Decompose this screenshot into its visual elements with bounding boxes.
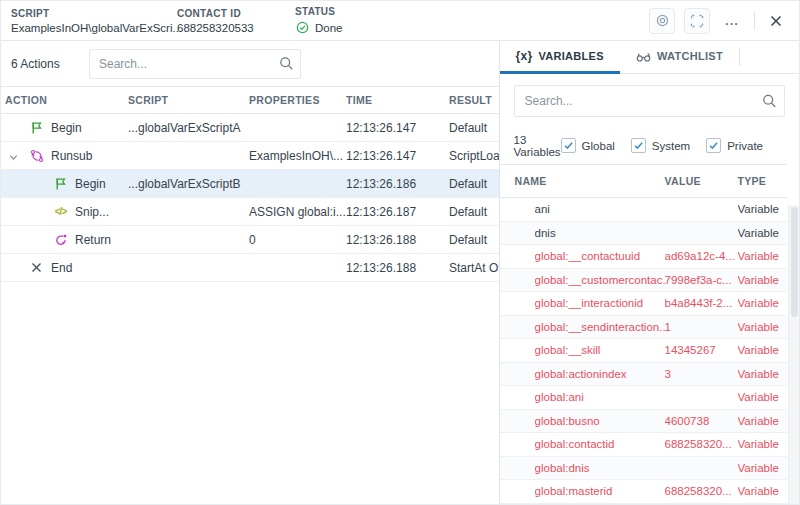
variable-row[interactable]: global:actionindex3Variable: [500, 363, 787, 387]
col-name: NAME: [515, 175, 665, 187]
action-cell: Begin: [5, 120, 128, 135]
variable-value: 688258320...: [665, 485, 738, 497]
action-label: Begin: [51, 121, 82, 135]
variable-row[interactable]: aniVariable: [500, 198, 787, 222]
flag-icon: [29, 120, 44, 135]
checkbox-global[interactable]: [561, 138, 576, 153]
variable-type: Variable: [738, 297, 787, 309]
close-button[interactable]: [764, 9, 787, 32]
contact-id-label: CONTACT ID: [177, 8, 269, 19]
result-cell: Default: [449, 233, 499, 247]
action-label: Return: [75, 233, 111, 247]
tab-watchlist[interactable]: WATCHLIST: [620, 41, 739, 74]
result-cell: StartAt ONRELE: [449, 261, 499, 275]
status-done-check-icon: [295, 20, 310, 35]
variable-type: Variable: [738, 321, 787, 333]
more-options-button[interactable]: ...: [719, 8, 745, 34]
actions-table-header: ACTION SCRIPT PROPERTIES TIME RESULT: [1, 87, 499, 114]
filter-label: System: [652, 140, 690, 152]
variable-name: global:__skill: [535, 344, 665, 356]
action-row[interactable]: Begin...globalVarExScriptA12:13:26.147De…: [1, 114, 499, 142]
variable-row[interactable]: global:__skill14345267Variable: [500, 339, 787, 363]
expand-button[interactable]: [684, 8, 710, 34]
variables-search-input[interactable]: [514, 85, 785, 117]
variables-panel: {x} VARIABLES WATCHLIST 13 Variables Glo…: [500, 41, 799, 505]
checkbox-private[interactable]: [706, 138, 721, 153]
window-header: SCRIPT ExamplesInOH\globalVarExScri... C…: [1, 1, 799, 41]
action-row[interactable]: Begin...globalVarExScriptB12:13:26.186De…: [1, 170, 499, 198]
col-script: SCRIPT: [128, 94, 249, 106]
variable-type: Variable: [738, 462, 787, 474]
variables-icon: {x}: [516, 49, 533, 63]
end-icon: [29, 260, 44, 275]
checkbox-system[interactable]: [631, 138, 646, 153]
variable-name: global:__contactuuid: [535, 250, 665, 262]
variables-count: 13 Variables: [514, 134, 561, 158]
settings-button[interactable]: [649, 8, 675, 34]
variable-type: Variable: [738, 415, 787, 427]
variable-name: global:__interactionid: [535, 297, 665, 309]
action-row[interactable]: End12:13:26.188StartAt ONRELE: [1, 254, 499, 282]
action-cell: </>Snip...: [5, 204, 128, 219]
glasses-icon: [636, 49, 651, 64]
variables-scrollbar[interactable]: [788, 205, 799, 505]
action-label: End: [51, 261, 72, 275]
time-cell: 12:13:26.147: [346, 121, 449, 135]
expand-icon: [690, 13, 705, 28]
status-info: STATUS Done: [295, 6, 343, 35]
scrollbar-thumb[interactable]: [791, 207, 798, 317]
variable-row[interactable]: dnisVariable: [500, 222, 787, 246]
variable-type: Variable: [738, 203, 787, 215]
variable-row[interactable]: global:__contactuuidad69a12c-4...Variabl…: [500, 245, 787, 269]
chevron-down-icon[interactable]: [6, 150, 21, 163]
variable-name: global:__sendinteraction...: [535, 321, 665, 333]
filter-label: Global: [582, 140, 615, 152]
variables-filters: 13 Variables GlobalSystemPrivate: [500, 127, 787, 165]
contact-id-info: CONTACT ID 688258320533: [177, 8, 269, 34]
filter-global[interactable]: Global: [561, 138, 615, 153]
variables-table-header: NAME VALUE TYPE: [500, 165, 787, 198]
result-cell: Default: [449, 177, 499, 191]
script-cell: ...globalVarExScriptB: [128, 177, 249, 191]
runsub-icon: [29, 148, 44, 163]
filter-system[interactable]: System: [631, 138, 690, 153]
variable-name: ani: [535, 203, 665, 215]
variable-row[interactable]: global:__sendinteraction...1Variable: [500, 316, 787, 340]
variable-row[interactable]: global:__interactionidb4a8443f-2...Varia…: [500, 292, 787, 316]
variable-name: global:dnis: [535, 462, 665, 474]
actions-search: [89, 49, 301, 79]
variable-row[interactable]: global:masterid688258320...Variable: [500, 480, 787, 504]
tab-variables[interactable]: {x} VARIABLES: [500, 41, 620, 74]
code-icon: </>: [53, 204, 68, 219]
variable-type: Variable: [738, 344, 787, 356]
col-properties: PROPERTIES: [249, 94, 346, 106]
variable-type: Variable: [738, 368, 787, 380]
variable-type: Variable: [738, 391, 787, 403]
tab-watchlist-label: WATCHLIST: [657, 50, 723, 62]
filter-label: Private: [727, 140, 763, 152]
time-cell: 12:13:26.187: [346, 205, 449, 219]
action-row[interactable]: RunsubExamplesInOH\...12:13:26.147Script…: [1, 142, 499, 170]
time-cell: 12:13:26.188: [346, 233, 449, 247]
action-cell: Runsub: [5, 148, 128, 163]
variable-row[interactable]: global:__customercontac...7998ef3a-c...V…: [500, 269, 787, 293]
variable-row[interactable]: global:dnisVariable: [500, 457, 787, 481]
col-type: TYPE: [738, 175, 787, 187]
variable-row[interactable]: global:aniVariable: [500, 386, 787, 410]
variable-type: Variable: [738, 274, 787, 286]
action-cell: Begin: [5, 176, 128, 191]
actions-toolbar: 6 Actions: [1, 41, 499, 87]
action-row[interactable]: Return012:13:26.188Default: [1, 226, 499, 254]
filter-private[interactable]: Private: [706, 138, 763, 153]
actions-search-input[interactable]: [89, 49, 301, 79]
result-cell: Default: [449, 205, 499, 219]
variable-name: global:actionindex: [535, 368, 665, 380]
col-value: VALUE: [665, 175, 738, 187]
variable-type: Variable: [738, 227, 787, 239]
action-row[interactable]: </>Snip...ASSIGN global:i...12:13:26.187…: [1, 198, 499, 226]
variables-search: [514, 85, 785, 117]
variable-row[interactable]: global:busno4600738Variable: [500, 410, 787, 434]
variable-name: global:contactid: [535, 438, 665, 450]
variable-row[interactable]: global:contactid688258320...Variable: [500, 433, 787, 457]
status-label: STATUS: [295, 6, 343, 17]
